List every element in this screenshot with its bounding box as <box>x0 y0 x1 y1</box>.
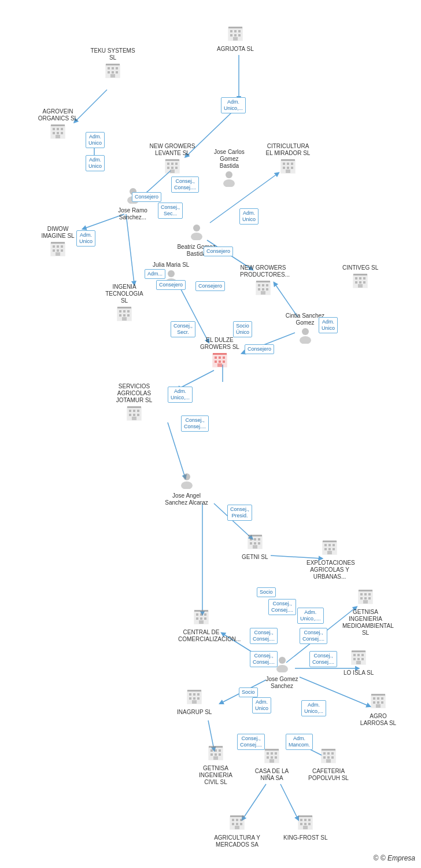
svg-rect-130 <box>250 538 252 540</box>
role-badge-consej-getni-1[interactable]: Consej.,Consej.... <box>268 599 296 615</box>
role-badge-adm-mancom[interactable]: Adm.Mancom. <box>286 734 313 750</box>
svg-rect-149 <box>364 593 367 595</box>
role-badge-adm-unico-agrovein-2[interactable]: Adm.Unico <box>86 155 105 171</box>
svg-rect-72 <box>291 167 293 169</box>
company-icon-new-growers-levante <box>164 157 181 177</box>
svg-rect-52 <box>61 132 63 134</box>
svg-rect-225 <box>240 823 242 825</box>
role-badge-consej-central-1[interactable]: Consej.,Consej.... <box>250 628 278 644</box>
company-label-el-dulze: EL DULZE GROWERS SL <box>197 337 243 351</box>
svg-point-241 <box>168 270 175 277</box>
role-badge-consejero-cintia[interactable]: Consejero <box>245 344 274 354</box>
svg-rect-62 <box>170 170 175 173</box>
svg-rect-89 <box>123 314 125 317</box>
role-badge-consej-presid[interactable]: Consej.,Presid. <box>227 505 252 521</box>
role-badge-adm-unico-agrovein-1[interactable]: Adm.Unico <box>86 132 105 148</box>
company-icon-getnisa-civil <box>207 744 224 764</box>
svg-rect-88 <box>119 314 121 317</box>
svg-rect-164 <box>194 610 208 612</box>
role-badge-consejero-julia[interactable]: Consejero <box>156 280 186 290</box>
svg-rect-128 <box>127 406 141 408</box>
role-badge-adm-unico-agrijota[interactable]: Adm.Unico,... <box>221 97 246 113</box>
svg-rect-68 <box>287 163 289 165</box>
role-badge-consej-servicios[interactable]: Consej.,Consej.... <box>181 415 209 432</box>
role-badge-adm-unico-servicios[interactable]: Adm.Unico,... <box>168 387 193 403</box>
node-cintiveg: CINTIVEG SL <box>342 263 378 292</box>
svg-rect-181 <box>192 700 197 704</box>
company-icon-agrijota <box>227 24 244 45</box>
company-label-cafeteria: CAFETERIA POPOLVUH SL <box>305 768 352 782</box>
company-icon-getnisa-ing <box>357 587 374 608</box>
role-badge-consej-lo-isla-1[interactable]: Consej.,Consej.... <box>250 651 278 667</box>
company-icon-diwow <box>49 240 67 260</box>
role-badge-consej-getnisa-1[interactable]: Consej.,Consej.... <box>300 628 327 644</box>
person-label-jose-gomez: Jose Gomez Sanchez <box>260 676 304 690</box>
role-badge-adm-unico-cintiveg[interactable]: Adm.Unico <box>319 317 338 333</box>
svg-rect-95 <box>262 284 264 286</box>
role-badge-consej-new-growers[interactable]: Consej.,Consej.... <box>171 176 199 193</box>
role-badge-consejero-jose-ramo[interactable]: Consejero <box>132 192 161 202</box>
svg-rect-63 <box>165 159 179 161</box>
svg-rect-216 <box>331 756 334 759</box>
svg-rect-107 <box>359 281 361 284</box>
company-label-new-growers-prod: NEW GROWERS PRODUCTORES... <box>240 264 286 278</box>
svg-rect-215 <box>327 756 330 759</box>
svg-rect-143 <box>328 548 331 550</box>
role-badge-adm-unico-casa-nina[interactable]: Adm.Unico <box>252 697 271 713</box>
svg-rect-112 <box>215 356 217 359</box>
svg-rect-78 <box>61 245 63 248</box>
company-label-king-frost: KING-FROST SL <box>283 834 328 841</box>
person-label-julia-maria: Julia Maria SL <box>153 262 189 269</box>
svg-rect-42 <box>112 71 114 73</box>
svg-rect-212 <box>327 752 330 755</box>
role-badge-consejero-beatriz[interactable]: Consejero <box>204 247 233 256</box>
svg-rect-99 <box>266 288 268 290</box>
role-badge-consejero-new-prod[interactable]: Consejero <box>195 281 225 291</box>
svg-rect-86 <box>123 310 125 312</box>
role-badge-consej-secr-el-dulze[interactable]: Consej.,Secr. <box>171 321 195 337</box>
svg-rect-51 <box>57 132 59 134</box>
role-badge-adm-unico-expl[interactable]: Adm.Unico,.... <box>297 608 324 624</box>
node-diwow: DIWOW IMAGINE SL <box>35 225 81 260</box>
node-getni: GETNI SL <box>242 532 268 561</box>
role-badge-consej-getnisa-civil[interactable]: Consej.,Consej.... <box>237 734 265 750</box>
svg-rect-230 <box>304 819 306 821</box>
node-teku: TEKU SYSTEMS SL <box>90 46 136 82</box>
svg-rect-39 <box>112 67 114 69</box>
company-label-inagrup: INAGRUP SL <box>177 709 212 716</box>
role-badge-socio-inagrup[interactable]: Socio <box>239 687 258 697</box>
node-ingenia: INGENIA TECNOLOGIA SL <box>101 282 147 325</box>
svg-rect-61 <box>175 167 178 169</box>
role-badge-socio-unico[interactable]: SocioÚnico <box>233 321 252 337</box>
role-badge-adm-unico-agro[interactable]: Adm.Unico,... <box>301 700 326 716</box>
svg-rect-204 <box>275 752 277 755</box>
svg-rect-189 <box>381 701 383 704</box>
role-badge-consej-sec[interactable]: Consej.,Sec... <box>158 203 183 219</box>
svg-rect-184 <box>373 697 375 700</box>
svg-rect-193 <box>211 749 213 752</box>
svg-rect-199 <box>213 756 218 760</box>
svg-rect-221 <box>236 819 238 821</box>
svg-rect-60 <box>171 167 173 169</box>
role-badge-consej-lo-isla-2[interactable]: Consej.,Consej.... <box>309 651 337 667</box>
svg-rect-213 <box>331 752 334 755</box>
role-badge-adm-julia[interactable]: Adm... <box>145 269 165 279</box>
svg-point-245 <box>183 473 190 480</box>
company-icon-new-growers-prod <box>254 278 272 299</box>
svg-rect-91 <box>122 317 127 321</box>
svg-rect-126 <box>137 414 139 416</box>
svg-rect-224 <box>236 823 238 825</box>
node-agrovein: AGROVEIN ORGANICS SL <box>35 107 81 142</box>
role-badge-socio-getni[interactable]: Socio <box>257 587 276 597</box>
svg-point-240 <box>191 233 202 240</box>
svg-rect-49 <box>61 128 63 130</box>
svg-point-65 <box>223 179 235 187</box>
svg-rect-98 <box>262 288 264 290</box>
role-badge-adm-unico-diwow[interactable]: Adm.Unico <box>76 230 95 247</box>
svg-rect-202 <box>267 752 269 755</box>
svg-rect-32 <box>230 34 232 36</box>
role-badge-adm-unico-citricultura[interactable]: Adm.Unico <box>239 208 258 225</box>
svg-rect-236 <box>298 815 312 817</box>
svg-point-248 <box>276 665 288 672</box>
node-el-dulze: EL DULZE GROWERS SL <box>197 336 243 371</box>
